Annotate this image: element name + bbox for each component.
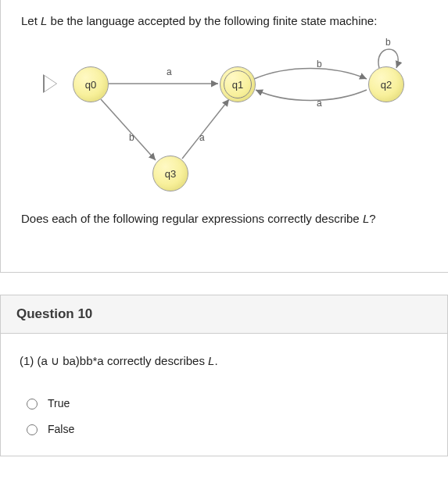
intro-text: Let L be the language accepted by the fo…	[21, 14, 432, 27]
question-card: Question 10 (1) (a ∪ ba)bb*a correctly d…	[0, 295, 448, 456]
preamble-q-suffix: ?	[369, 212, 375, 225]
intro-prefix: Let	[21, 14, 41, 27]
start-arrow-icon	[43, 74, 57, 93]
edge-label-a-q0-q1: a	[167, 66, 172, 77]
state-q0: q0	[73, 66, 109, 102]
svg-line-1	[101, 99, 156, 160]
edge-label-a-q2-q1: a	[317, 98, 322, 109]
state-q1-label: q1	[232, 79, 243, 91]
state-q3: q3	[152, 156, 188, 191]
fsm-edges	[21, 41, 428, 206]
state-q2-label: q2	[381, 79, 392, 91]
option-true-label: True	[48, 397, 70, 410]
svg-line-2	[182, 99, 229, 159]
preamble-question: Does each of the following regular expre…	[21, 212, 432, 225]
option-true[interactable]: True	[20, 390, 428, 416]
state-q2: q2	[368, 66, 404, 102]
statement-suffix: .	[214, 354, 217, 367]
edge-label-b-q0-q3: b	[129, 132, 134, 143]
state-q1-accepting: q1	[220, 66, 256, 102]
edge-label-a-q3-q1: a	[199, 132, 205, 143]
question-body: (1) (a ∪ ba)bb*a correctly describes L. …	[1, 334, 447, 456]
edge-label-b-q2-loop: b	[385, 37, 391, 48]
radio-true[interactable]	[27, 399, 38, 410]
preamble-q-var: L	[363, 212, 369, 225]
radio-false[interactable]	[27, 424, 38, 435]
preamble-panel: Let L be the language accepted by the fo…	[0, 0, 448, 273]
question-header: Question 10	[1, 295, 447, 334]
question-statement: (1) (a ∪ ba)bb*a correctly describes L.	[20, 354, 428, 368]
option-false-label: False	[48, 423, 74, 435]
preamble-q-prefix: Does each of the following regular expre…	[21, 212, 363, 225]
statement-prefix: (1) (a ∪ ba)bb*a correctly describes	[20, 354, 208, 367]
edge-label-b-q1-q2: b	[317, 59, 322, 70]
state-q3-label: q3	[165, 168, 176, 180]
option-false[interactable]: False	[20, 416, 428, 442]
state-q0-label: q0	[85, 79, 96, 91]
fsm-diagram: q0 q1 q2 q3 a b a b b a	[21, 41, 428, 206]
intro-suffix: be the language accepted by the followin…	[47, 14, 377, 27]
